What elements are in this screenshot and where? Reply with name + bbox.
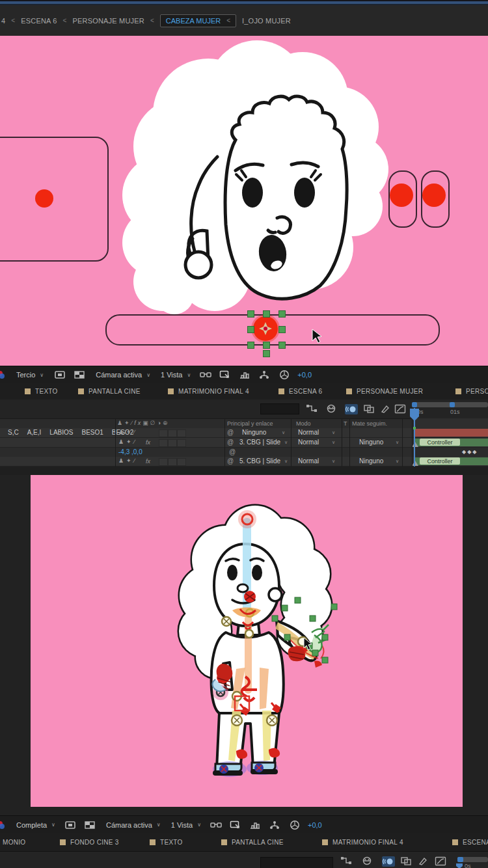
mode-dropdown-value[interactable]: Normal bbox=[298, 457, 319, 465]
mode-dropdown-value[interactable]: Normal bbox=[298, 439, 319, 446]
parent-dropdown-value[interactable]: 3. CBG | Slide bbox=[239, 439, 280, 446]
comp-tab-matrimonio-final-4[interactable]: MATRIMONIO FINAL 4 bbox=[322, 833, 403, 851]
column-mate-seguim[interactable]: Mate seguim. bbox=[352, 420, 387, 427]
selection-handle[interactable] bbox=[278, 342, 286, 349]
pickwhip-icon[interactable]: @ bbox=[229, 448, 236, 455]
selection-handle[interactable] bbox=[263, 310, 270, 318]
controller-layer-chip[interactable]: Controller bbox=[420, 439, 460, 446]
graph-editor-icon[interactable] bbox=[394, 404, 406, 414]
comp-tab-pantalla-cine[interactable]: PANTALLA CINE bbox=[78, 383, 141, 400]
fx-icon[interactable]: fx bbox=[146, 458, 150, 465]
pickwhip-icon[interactable]: @ bbox=[227, 429, 234, 436]
exposure-value[interactable]: +0,0 bbox=[297, 371, 312, 379]
switch-cell[interactable] bbox=[177, 458, 186, 466]
switch-cell[interactable] bbox=[159, 458, 168, 466]
breadcrumb-item-ojo-mujer[interactable]: I_OJO MUJER bbox=[242, 17, 291, 25]
comp-tab-fondo-cine-3[interactable]: FONDO CINE 3 bbox=[60, 833, 119, 851]
column-modo[interactable]: Modo bbox=[296, 420, 311, 427]
comp-tab-matrimonio-final-4[interactable]: MATRIMONIO FINAL 4 bbox=[168, 383, 249, 400]
current-time-indicator-head[interactable] bbox=[409, 408, 420, 422]
channel-icon[interactable] bbox=[0, 821, 6, 830]
selection-handle[interactable] bbox=[247, 310, 254, 318]
switch-cell[interactable] bbox=[159, 439, 168, 447]
flowchart-icon[interactable] bbox=[269, 821, 280, 830]
slider-controller-selected[interactable] bbox=[250, 313, 281, 344]
current-time-indicator-head[interactable] bbox=[455, 863, 463, 868]
camera-dropdown[interactable]: Cámara activa ∨ bbox=[106, 821, 161, 829]
region-of-interest-icon[interactable] bbox=[64, 821, 76, 830]
property-value-blue[interactable]: -4,3 ,0,0 bbox=[118, 448, 142, 455]
exposure-value[interactable]: +0,0 bbox=[308, 821, 322, 829]
camera-dropdown[interactable]: Cámara activa ∨ bbox=[96, 371, 150, 379]
pickwhip-icon[interactable]: @ bbox=[227, 439, 234, 446]
frame-blend-icon[interactable] bbox=[363, 404, 375, 414]
layer-in-handle[interactable] bbox=[412, 442, 418, 447]
flowchart-icon[interactable] bbox=[258, 370, 270, 379]
switch-cell[interactable] bbox=[168, 429, 177, 437]
frame-blend-icon[interactable] bbox=[400, 856, 412, 866]
region-of-interest-icon[interactable] bbox=[54, 370, 66, 379]
breadcrumb-item-escena6[interactable]: ESCENA 6 bbox=[21, 17, 57, 25]
keyframe-diamonds[interactable]: ◆◆◆ bbox=[462, 449, 478, 455]
transparency-grid-icon[interactable] bbox=[74, 370, 85, 379]
selection-handle[interactable] bbox=[263, 350, 270, 357]
resolution-dropdown[interactable]: Tercio ∨ bbox=[16, 371, 44, 379]
timeline-search-input[interactable] bbox=[260, 403, 299, 414]
layer-switches[interactable]: ♟✦∕ bbox=[118, 457, 137, 464]
mode-dropdown-value[interactable]: Normal bbox=[298, 429, 319, 436]
selection-handle[interactable] bbox=[278, 310, 286, 318]
selection-handle[interactable] bbox=[247, 342, 254, 349]
breadcrumb-item-matrimonio4[interactable]: 4 bbox=[1, 17, 5, 25]
exposure-aperture-icon[interactable] bbox=[279, 370, 290, 380]
right-pill-red-dot-2[interactable] bbox=[422, 183, 446, 207]
selection-handle[interactable] bbox=[263, 342, 270, 349]
parent-dropdown-value[interactable]: Ninguno bbox=[242, 429, 266, 436]
selection-handle[interactable] bbox=[278, 326, 286, 333]
trackmatte-dropdown-value[interactable]: Ninguno bbox=[359, 439, 383, 446]
motion-blur-icon-enabled[interactable] bbox=[345, 404, 358, 414]
composition-viewer-head[interactable] bbox=[0, 36, 488, 366]
exposure-aperture-icon[interactable] bbox=[290, 820, 300, 830]
work-area-end-handle[interactable] bbox=[450, 402, 455, 407]
composition-viewer-body[interactable] bbox=[31, 475, 463, 807]
graph-editor-icon[interactable] bbox=[435, 856, 446, 866]
breadcrumb-item-cabeza-mujer-active[interactable]: CABEZA MUJER < bbox=[160, 14, 236, 27]
layer-in-handle[interactable] bbox=[412, 461, 418, 466]
comp-tab-pantalla-cine[interactable]: PANTALLA CINE bbox=[221, 833, 284, 851]
layer-switches[interactable]: ♟✦∕ bbox=[118, 429, 137, 435]
brush-icon[interactable] bbox=[418, 856, 428, 866]
view-layout-dropdown[interactable]: 1 Vista ∨ bbox=[161, 371, 191, 379]
trackmatte-dropdown-value[interactable]: Ninguno bbox=[359, 457, 383, 465]
shy-layers-icon[interactable] bbox=[361, 856, 373, 866]
pan-view-icon[interactable] bbox=[219, 370, 231, 379]
switch-cell[interactable] bbox=[177, 439, 186, 447]
right-pill-red-dot-1[interactable] bbox=[390, 183, 413, 207]
comp-tab-escena-6[interactable]: ESCENA 6 bbox=[278, 383, 322, 400]
selection-handle[interactable] bbox=[247, 326, 254, 333]
transparency-grid-icon[interactable] bbox=[84, 821, 96, 830]
motion-blur-icon-enabled[interactable] bbox=[382, 856, 395, 867]
comp-tab-texto[interactable]: TEXTO bbox=[150, 833, 183, 851]
switch-cell[interactable] bbox=[159, 429, 168, 437]
switch-cell[interactable] bbox=[177, 429, 186, 437]
brush-icon[interactable] bbox=[380, 404, 390, 414]
switch-cell[interactable] bbox=[168, 439, 177, 447]
column-principal-y-enlace[interactable]: Principal y enlace bbox=[227, 420, 273, 427]
resolution-dropdown[interactable]: Completa ∨ bbox=[16, 821, 55, 829]
fx-icon[interactable]: fx bbox=[146, 439, 150, 446]
histogram-icon[interactable] bbox=[239, 370, 251, 379]
work-area-start-handle[interactable] bbox=[412, 402, 417, 407]
goggles-icon[interactable] bbox=[210, 821, 222, 830]
goggles-icon[interactable] bbox=[200, 370, 211, 379]
layer-bar-red[interactable] bbox=[414, 429, 488, 437]
channel-icon[interactable] bbox=[0, 370, 6, 379]
pan-view-icon[interactable] bbox=[230, 821, 241, 830]
comp-tab-matrimonio-clipped[interactable]: MONIO bbox=[3, 833, 25, 851]
shy-layers-icon[interactable] bbox=[325, 404, 337, 414]
pickwhip-icon[interactable]: @ bbox=[227, 457, 234, 465]
switch-cell[interactable] bbox=[168, 458, 177, 466]
comp-tab-personaje-mujer[interactable]: PERSONAJE MUJER bbox=[346, 383, 423, 400]
comp-tab-escena-clipped[interactable]: ESCENA bbox=[452, 833, 488, 851]
parent-dropdown-value[interactable]: 5. CBG | Slide bbox=[239, 457, 280, 465]
breadcrumb-item-personaje-mujer[interactable]: PERSONAJE MUJER bbox=[72, 17, 144, 25]
